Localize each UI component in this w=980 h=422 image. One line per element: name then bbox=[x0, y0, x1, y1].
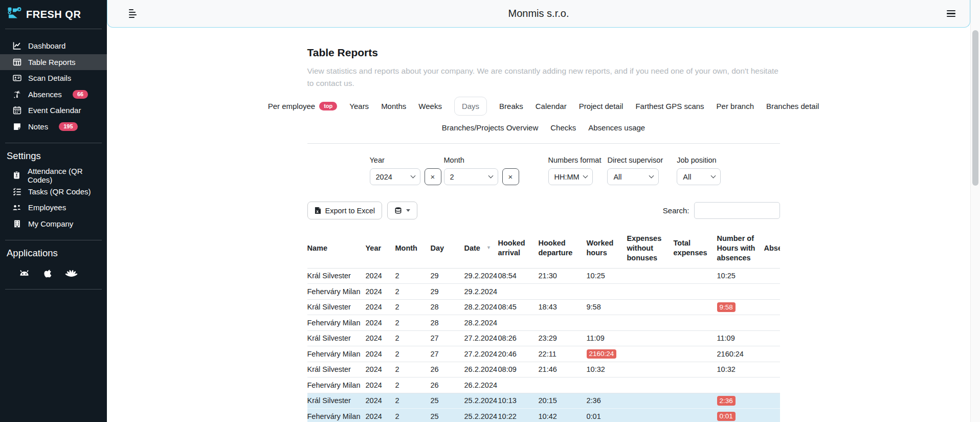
scrollbar-thumb[interactable] bbox=[972, 30, 978, 186]
apple-icon bbox=[43, 268, 53, 281]
people-icon bbox=[12, 203, 21, 212]
cell-worked: 2:36 bbox=[587, 396, 627, 405]
cell-hours_abs: 2:36 bbox=[717, 396, 764, 406]
cell-date: 26.2.2024 bbox=[464, 381, 498, 389]
top-badge: top bbox=[319, 102, 337, 110]
table-row[interactable]: Král Silvester202422525.2.202410:1320:15… bbox=[307, 393, 780, 409]
cell-arrival: 10:13 bbox=[498, 396, 539, 405]
column-header-total-expenses[interactable]: Total expenses bbox=[674, 238, 717, 258]
cell-day: 25 bbox=[431, 396, 464, 405]
year-select[interactable]: 2024 bbox=[370, 168, 420, 185]
column-header-expenses-without-bonuses[interactable]: Expenses without bonuses bbox=[627, 234, 674, 263]
sidebar-item-attendance-qr-codes[interactable]: Attendance (QR Codes) bbox=[0, 167, 107, 184]
logo[interactable]: FRESH QR bbox=[0, 0, 107, 29]
cell-name: Feherváry Milan bbox=[307, 319, 366, 327]
cell-hours_abs: 2160:24 bbox=[717, 350, 764, 358]
tab-project-detail[interactable]: Project detail bbox=[579, 97, 623, 115]
tab-label: Per employee bbox=[268, 102, 316, 110]
column-header-date[interactable]: Date▼ bbox=[464, 243, 498, 253]
tab-calendar[interactable]: Calendar bbox=[536, 97, 567, 115]
tab-per-branch[interactable]: Per branch bbox=[717, 97, 754, 115]
column-header-number-of-hours-with-absences[interactable]: Number of Hours with absences bbox=[717, 234, 764, 263]
cell-year: 2024 bbox=[366, 365, 395, 373]
table-row[interactable]: Feherváry Milan202422626.2.2024 bbox=[307, 377, 780, 393]
table-row[interactable]: Feherváry Milan202422727.2.202420:4622:1… bbox=[307, 346, 780, 362]
tab-absences-usage[interactable]: Absences usage bbox=[588, 119, 645, 137]
logo-text: FRESH QR bbox=[26, 9, 81, 20]
tab-branches-detail[interactable]: Branches detail bbox=[766, 97, 819, 115]
tab-breaks[interactable]: Breaks bbox=[499, 97, 523, 115]
sidebar-item-table-reports[interactable]: Table Reports bbox=[0, 54, 107, 71]
column-header-month[interactable]: Month bbox=[395, 243, 431, 253]
huawei-icon bbox=[65, 269, 78, 280]
search-input[interactable] bbox=[694, 202, 780, 219]
numbers-format-select[interactable]: HH:MM bbox=[548, 168, 593, 185]
tab-label: Calendar bbox=[536, 102, 567, 110]
month-select[interactable]: 2 bbox=[444, 168, 498, 185]
table-row[interactable]: Král Silvester202422828.2.202408:4518:43… bbox=[307, 300, 780, 316]
cell-name: Král Silvester bbox=[307, 334, 366, 342]
alert-badge: 2:36 bbox=[717, 396, 736, 406]
table-row[interactable]: Feherváry Milan202422525.2.202410:2210:4… bbox=[307, 409, 780, 422]
sidebar-item-notes[interactable]: Notes195 bbox=[0, 119, 107, 135]
cell-name: Feherváry Milan bbox=[307, 412, 366, 420]
table-row[interactable]: Král Silvester202422727.2.202408:2623:29… bbox=[307, 331, 780, 347]
tab-checks[interactable]: Checks bbox=[550, 119, 576, 137]
tab-months[interactable]: Months bbox=[381, 97, 406, 115]
tab-farthest-gps-scans[interactable]: Farthest GPS scans bbox=[635, 97, 704, 115]
app-link-android[interactable] bbox=[17, 268, 31, 280]
cell-day: 29 bbox=[431, 287, 464, 296]
cell-date: 29.2.2024 bbox=[464, 287, 498, 296]
sidebar-item-absences[interactable]: Absences66 bbox=[0, 86, 107, 103]
cell-date: 26.2.2024 bbox=[464, 365, 498, 373]
tab-weeks[interactable]: Weeks bbox=[418, 97, 442, 115]
tab-branches-projects-overview[interactable]: Branches/Projects Overview bbox=[442, 119, 538, 137]
android-icon bbox=[17, 268, 31, 280]
column-header-absences[interactable]: Absences bbox=[764, 243, 780, 253]
column-header-day[interactable]: Day bbox=[431, 243, 464, 253]
scrollbar-track[interactable] bbox=[970, 0, 980, 422]
cell-day: 28 bbox=[431, 319, 464, 327]
cell-day: 26 bbox=[431, 381, 464, 389]
cell-month: 2 bbox=[395, 412, 431, 420]
table-row[interactable]: Král Silvester202422929.2.202408:5421:30… bbox=[307, 269, 780, 284]
column-header-worked-hours[interactable]: Worked hours bbox=[587, 238, 627, 258]
column-header-hooked-departure[interactable]: Hooked departure bbox=[539, 238, 587, 258]
sidebar-nav: DashboardTable ReportsScan DetailsAbsenc… bbox=[0, 29, 107, 143]
table-row[interactable]: Král Silvester202422626.2.202408:0921:46… bbox=[307, 362, 780, 378]
sidebar-item-scan-details[interactable]: Scan Details bbox=[0, 70, 107, 86]
column-header-year[interactable]: Year bbox=[366, 243, 395, 253]
app-link-huawei[interactable] bbox=[65, 269, 78, 280]
menu-icon[interactable] bbox=[947, 10, 955, 17]
column-header-name[interactable]: Name bbox=[307, 243, 366, 253]
clear-month-button[interactable]: × bbox=[502, 168, 519, 185]
clear-year-button[interactable]: × bbox=[425, 168, 441, 185]
filter-label: Year bbox=[370, 156, 441, 164]
sidebar-item-my-company[interactable]: My Company bbox=[0, 216, 107, 232]
sidebar-item-dashboard[interactable]: Dashboard bbox=[0, 38, 107, 54]
sidebar-item-employees[interactable]: Employees bbox=[0, 199, 107, 216]
sidebar-item-event-calendar[interactable]: Event Calendar bbox=[0, 102, 107, 119]
cell-year: 2024 bbox=[366, 303, 395, 311]
cell-worked: 11:09 bbox=[587, 334, 627, 342]
table-row[interactable]: Feherváry Milan202422929.2.2024 bbox=[307, 284, 780, 300]
sidebar-item-tasks-qr-codes[interactable]: Tasks (QR Codes) bbox=[0, 184, 107, 200]
export-to-excel-button[interactable]: Export to Excel bbox=[307, 202, 383, 219]
alert-badge: 2160:24 bbox=[587, 349, 617, 359]
direct-supervisor-select[interactable]: All bbox=[607, 168, 659, 185]
tab-per-employee[interactable]: Per employeetop bbox=[268, 97, 338, 115]
cell-arrival: 10:22 bbox=[498, 412, 539, 420]
cell-month: 2 bbox=[395, 396, 431, 405]
tab-days[interactable]: Days bbox=[454, 97, 487, 116]
table-row[interactable]: Feherváry Milan202422828.2.2024 bbox=[307, 315, 780, 331]
alert-badge: 9:58 bbox=[717, 302, 736, 312]
column-visibility-button[interactable] bbox=[387, 202, 417, 219]
cell-arrival: 08:09 bbox=[498, 365, 539, 373]
sidebar-toggle-icon[interactable] bbox=[129, 9, 137, 18]
cell-month: 2 bbox=[395, 381, 431, 389]
column-header-hooked-arrival[interactable]: Hooked arrival bbox=[498, 238, 539, 258]
tab-years[interactable]: Years bbox=[349, 97, 369, 115]
divider bbox=[307, 143, 780, 144]
job-position-select[interactable]: All bbox=[677, 168, 721, 185]
app-link-apple[interactable] bbox=[43, 268, 53, 281]
